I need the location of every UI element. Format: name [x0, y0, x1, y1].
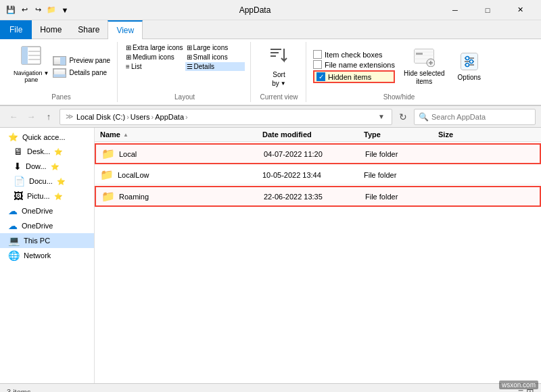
path-chevron: ≫: [66, 112, 74, 121]
large-icons-button[interactable]: ⊞ Large icons: [185, 43, 245, 52]
tab-share[interactable]: Share: [70, 20, 108, 39]
header-type[interactable]: Type: [358, 128, 433, 141]
sidebar-item-onedrive1[interactable]: ☁ OneDrive: [0, 203, 94, 218]
sidebar-item-quick-access[interactable]: ⭐ Quick acce...: [0, 130, 94, 144]
documents-icon: 📄: [14, 176, 25, 187]
sidebar-item-desktop[interactable]: 🖥 Desk... ⭐: [0, 144, 94, 159]
show-hide-group: Item check boxes File name extensions ✓ …: [308, 42, 490, 102]
path-dropdown-arrow[interactable]: ▼: [378, 113, 385, 120]
address-bar: ← → ↑ ≫ Local Disk (C:) › Users › AppDat…: [0, 106, 541, 128]
navigation-pane-button[interactable]: Navigation ▼ pane: [11, 43, 51, 90]
sort-by-dropdown-arrow: ▼: [281, 80, 286, 87]
sidebar-item-pictures[interactable]: 🖼 Pictu... ⭐: [0, 189, 94, 203]
hide-selected-label: Hide selecteditems: [404, 70, 445, 86]
back-button[interactable]: ←: [5, 109, 22, 125]
sidebar-thispc-label: This PC: [24, 237, 50, 245]
path-users[interactable]: Users: [131, 113, 150, 121]
sort-by-button[interactable]: Sort by ▼: [262, 43, 296, 90]
sidebar-item-onedrive2[interactable]: ☁ OneDrive: [0, 218, 94, 233]
table-row[interactable]: 📁 Local 04-07-2022 11:20 File folder: [95, 143, 541, 164]
quick-access-icon: 💾: [5, 5, 16, 16]
extra-large-icons-icon: ⊞: [126, 44, 131, 51]
nav-pane-icon: [21, 46, 41, 70]
search-box[interactable]: 🔍: [414, 109, 536, 125]
svg-rect-17: [416, 53, 423, 55]
hide-selected-button[interactable]: Hide selecteditems: [399, 45, 450, 89]
folder-title-icon: 📁: [46, 5, 57, 16]
sidebar-quick-access-label: Quick acce...: [22, 133, 66, 141]
close-button[interactable]: ✕: [504, 0, 536, 20]
options-label: Options: [458, 74, 481, 81]
medium-icons-icon: ⊞: [126, 53, 131, 61]
details-button[interactable]: ☰ Details: [185, 62, 245, 71]
item-check-boxes-row[interactable]: Item check boxes: [313, 50, 395, 59]
redo-icon[interactable]: ↪: [32, 5, 43, 16]
quick-access-icon: ⭐: [8, 132, 18, 142]
file-type-localow: File folder: [364, 171, 396, 179]
show-hide-checkboxes: Item check boxes File name extensions ✓ …: [313, 50, 395, 83]
path-appdata[interactable]: AppData: [155, 113, 184, 121]
sidebar-item-downloads[interactable]: ⬇ Dow... ⭐: [0, 159, 94, 174]
hidden-items-row[interactable]: ✓ Hidden items: [313, 70, 395, 83]
dropdown-icon[interactable]: ▼: [60, 5, 70, 16]
file-name-local: Local: [119, 150, 137, 158]
file-date-roaming: 22-06-2022 13:35: [264, 193, 323, 201]
search-input[interactable]: [431, 113, 531, 121]
ribbon-tabs: File Home Share View: [0, 20, 541, 39]
sidebar-network-label: Network: [24, 251, 51, 260]
preview-pane-button[interactable]: Preview pane: [51, 55, 112, 66]
options-icon: [460, 52, 479, 72]
tab-home[interactable]: Home: [32, 20, 70, 39]
list-button[interactable]: ≡ List: [124, 62, 184, 71]
refresh-button[interactable]: ↻: [395, 109, 411, 125]
medium-icons-button[interactable]: ⊞ Medium icons: [124, 53, 184, 62]
table-row[interactable]: 📁 LocalLow 10-05-2022 13:44 File folder: [95, 166, 541, 185]
up-button[interactable]: ↑: [41, 109, 57, 125]
tab-file[interactable]: File: [0, 20, 32, 39]
panes-group: Navigation ▼ pane Preview pane: [5, 42, 118, 102]
onedrive2-icon: ☁: [8, 220, 18, 231]
sidebar-item-documents[interactable]: 📄 Docu... ⭐: [0, 174, 94, 189]
details-pane-icon: [53, 68, 66, 78]
file-header: Name ▲ Date modified Type Size: [95, 128, 541, 142]
current-view-group-label: Current view: [260, 93, 298, 101]
desktop-icon: 🖥: [14, 146, 23, 157]
header-name[interactable]: Name ▲: [95, 128, 257, 141]
title-bar-icons: 💾 ↩ ↪ 📁 ▼: [5, 5, 70, 16]
downloads-icon: ⬇: [14, 161, 22, 172]
forward-button[interactable]: →: [23, 109, 39, 125]
maximize-button[interactable]: □: [472, 0, 503, 20]
path-local-disk[interactable]: Local Disk (C:): [76, 113, 125, 121]
tab-view[interactable]: View: [108, 20, 143, 39]
hidden-items-label: Hidden items: [328, 73, 371, 81]
pane-sub-label: pane: [24, 76, 38, 83]
file-name-extensions-row[interactable]: File name extensions: [313, 60, 395, 69]
details-pane-button[interactable]: Details pane: [51, 68, 112, 78]
file-date-local: 04-07-2022 11:20: [264, 150, 323, 158]
details-pane-label: Details pane: [69, 69, 107, 76]
header-date-modified[interactable]: Date modified: [257, 128, 358, 141]
table-row[interactable]: 📁 Roaming 22-06-2022 13:35 File folder: [95, 186, 541, 207]
thispc-icon: 💻: [8, 235, 20, 246]
file-cell-type: File folder: [360, 191, 434, 202]
extra-large-icons-button[interactable]: ⊞ Extra large icons: [124, 43, 184, 52]
preview-pane-icon: [53, 56, 66, 66]
hide-selected-area: Hide selecteditems: [399, 45, 450, 89]
minimize-button[interactable]: ─: [440, 0, 471, 20]
svg-rect-1: [22, 47, 28, 64]
sidebar-item-network[interactable]: 🌐 Network: [0, 248, 94, 263]
options-button[interactable]: Options: [454, 49, 485, 84]
small-icons-button[interactable]: ⊞ Small icons: [185, 53, 245, 62]
sidebar-item-thispc[interactable]: 💻 This PC: [0, 233, 94, 248]
hidden-items-checkbox[interactable]: ✓: [316, 72, 325, 81]
sidebar-documents-label: Docu...: [29, 177, 53, 185]
address-path[interactable]: ≫ Local Disk (C:) › Users › AppData › ▼: [60, 109, 392, 125]
file-cell-date: 10-05-2022 13:44: [257, 170, 358, 180]
window-controls: ─ □ ✕: [440, 0, 536, 20]
header-size[interactable]: Size: [433, 128, 487, 141]
path-arrow-3: ›: [185, 113, 188, 121]
undo-icon[interactable]: ↩: [19, 5, 30, 16]
item-check-boxes-checkbox[interactable]: [313, 50, 322, 59]
file-name-extensions-checkbox[interactable]: [313, 60, 322, 69]
sidebar-onedrive2-label: OneDrive: [22, 222, 53, 230]
